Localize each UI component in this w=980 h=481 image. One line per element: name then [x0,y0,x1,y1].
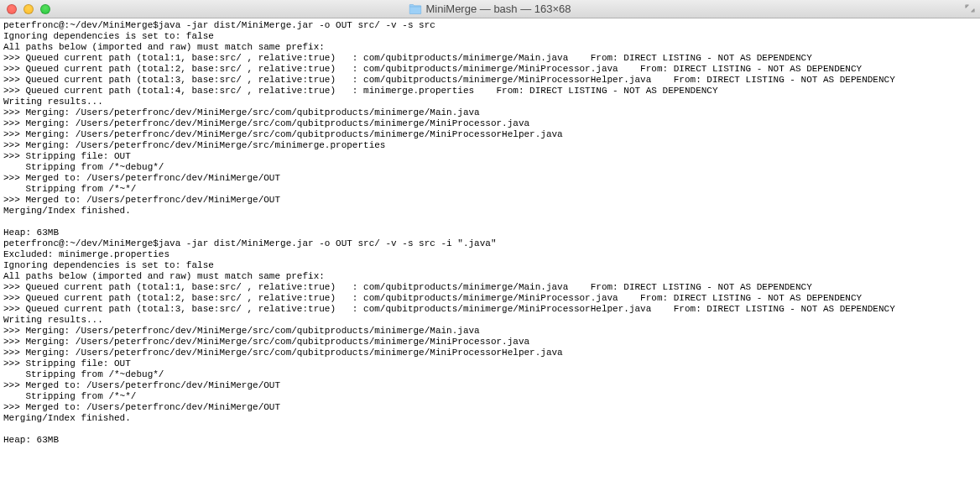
terminal-line: Writing results... [3,97,977,107]
terminal-line: Excluded: minimerge.properties [3,249,977,260]
terminal-line: Merging/Index finished. [3,413,977,424]
folder-icon [409,4,421,14]
terminal-line: >>> Merging: /Users/peterfronc/dev/MiniM… [3,337,977,348]
zoom-window-button[interactable] [40,4,50,14]
window-title: MiniMerge — bash — 163×68 [425,3,571,15]
terminal-line: Ignoring dependencies is set to: false [3,260,977,271]
terminal-line: peterfronc@:~/dev/MiniMerge$java -jar di… [3,20,977,31]
terminal-line: >>> Queued current path (total:3, base:s… [3,304,977,315]
terminal-line: All paths below (imported and raw) must … [3,42,977,53]
terminal-line: Merging/Index finished. [3,206,977,217]
terminal-line: Ignoring dependencies is set to: false [3,31,977,42]
terminal-line: Stripping from /*~debug*/ [3,369,977,380]
terminal-line: peterfronc@:~/dev/MiniMerge$java -jar di… [3,238,977,249]
terminal-line: >>> Merged to: /Users/peterfronc/dev/Min… [3,402,977,413]
terminal-line: >>> Merging: /Users/peterfronc/dev/MiniM… [3,140,977,151]
terminal-line: >>> Merging: /Users/peterfronc/dev/MiniM… [3,129,977,140]
terminal-line: Heap: 63MB [3,227,977,238]
terminal-line: >>> Queued current path (total:1, base:s… [3,53,977,64]
terminal-line [3,217,977,227]
fullscreen-icon[interactable] [963,3,977,14]
close-window-button[interactable] [7,4,17,14]
traffic-lights [0,4,50,14]
minimize-window-button[interactable] [23,4,34,14]
terminal-line: >>> Queued current path (total:4, base:s… [3,86,977,97]
terminal-line: >>> Queued current path (total:2, base:s… [3,293,977,304]
terminal-line: Stripping from /*~debug*/ [3,162,977,173]
terminal-line: >>> Merging: /Users/peterfronc/dev/MiniM… [3,326,977,337]
terminal-line: >>> Merging: /Users/peterfronc/dev/MiniM… [3,107,977,118]
terminal-line: Stripping from /*~*/ [3,391,977,402]
terminal-line [3,424,977,435]
terminal-line: >>> Merged to: /Users/peterfronc/dev/Min… [3,380,977,391]
terminal-line: >>> Queued current path (total:1, base:s… [3,282,977,293]
terminal-line: >>> Stripping file: OUT [3,151,977,162]
terminal-line: >>> Queued current path (total:2, base:s… [3,64,977,75]
titlebar[interactable]: MiniMerge — bash — 163×68 [0,0,980,18]
terminal-line: >>> Stripping file: OUT [3,358,977,369]
terminal-line: >>> Queued current path (total:3, base:s… [3,75,977,86]
terminal-line: All paths below (imported and raw) must … [3,271,977,282]
terminal-output[interactable]: peterfronc@:~/dev/MiniMerge$java -jar di… [0,18,980,446]
terminal-line: Stripping from /*~*/ [3,184,977,195]
terminal-line: >>> Merged to: /Users/peterfronc/dev/Min… [3,173,977,184]
terminal-line: Writing results... [3,315,977,326]
terminal-line: >>> Merged to: /Users/peterfronc/dev/Min… [3,195,977,206]
terminal-line: Heap: 63MB [3,435,977,446]
window-title-container: MiniMerge — bash — 163×68 [409,3,571,15]
terminal-line: >>> Merging: /Users/peterfronc/dev/MiniM… [3,348,977,358]
terminal-line: >>> Merging: /Users/peterfronc/dev/MiniM… [3,118,977,129]
